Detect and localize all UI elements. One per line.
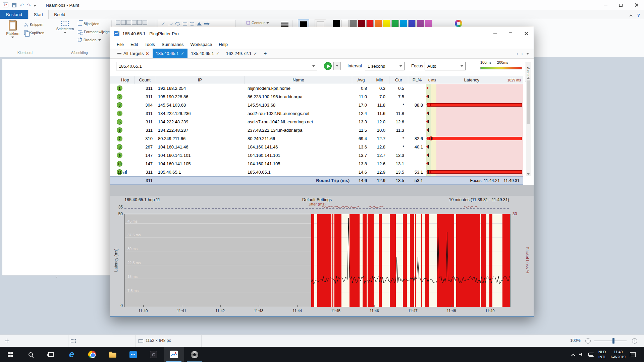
table-scrollbar[interactable] (526, 76, 531, 176)
scroll-up-icon[interactable] (527, 77, 530, 79)
tab-scroll-right-icon[interactable]: › (521, 51, 523, 56)
pencil-tool-icon[interactable] (116, 20, 120, 25)
tab-start[interactable]: Start (28, 10, 49, 19)
header-ip[interactable]: IP (155, 76, 245, 84)
line-shape-icon[interactable] (161, 22, 165, 26)
pingplotter-titlebar[interactable]: 185.40.65.1 - PingPlotter Pro (110, 27, 534, 40)
paint-maximize-button[interactable] (613, 0, 629, 10)
target-dropdown-icon[interactable] (310, 62, 317, 70)
header-latency[interactable]: 0 ms Latency 1829 ms (426, 76, 523, 84)
tab-all-targets[interactable]: All Targets ✖ (114, 49, 153, 58)
edge-button[interactable]: e (61, 347, 82, 362)
trace-options-dropdown[interactable] (333, 62, 341, 70)
pp-maximize-button[interactable] (503, 27, 518, 40)
header-name[interactable]: Name (245, 76, 352, 84)
show-desktop-button[interactable] (641, 347, 642, 362)
hop-row-3[interactable]: 3304145.54.103.68145.54.103.6817.011.8*8… (110, 101, 523, 109)
search-button[interactable] (20, 347, 41, 362)
ribbon-collapse-icon[interactable] (630, 12, 633, 18)
close-tab-icon[interactable]: ✖ (146, 51, 149, 56)
action-center-icon[interactable] (630, 352, 636, 357)
undo-button[interactable]: ↶ (20, 3, 24, 7)
zoom-out-button[interactable] (585, 338, 591, 344)
palette-color-4[interactable] (366, 20, 374, 27)
start-button[interactable] (0, 347, 20, 362)
canvas-resize-handle[interactable] (56, 276, 57, 278)
redo-button[interactable]: ↷ (27, 3, 31, 7)
paint-minimize-button[interactable] (598, 0, 613, 10)
palette-color-11[interactable] (425, 20, 432, 27)
zoom-in-button[interactable] (632, 338, 637, 344)
tab-overflow-icon[interactable] (526, 53, 529, 55)
palette-color-6[interactable] (383, 20, 390, 27)
eraser-tool-icon[interactable] (132, 20, 137, 25)
menu-summaries[interactable]: Summaries (158, 41, 187, 48)
oval-shape-icon[interactable] (175, 22, 180, 25)
tab-bestand[interactable]: Bestand (0, 10, 28, 19)
save-button[interactable] (12, 3, 16, 7)
hop-row-5[interactable]: 5311134.222.48.239asd-s7-rou-1042.NL.eur… (110, 118, 523, 126)
media-app-button[interactable] (143, 347, 164, 362)
file-explorer-button[interactable] (102, 347, 123, 362)
paste-button[interactable]: Plakken (4, 20, 21, 38)
zoom-slider[interactable] (594, 341, 627, 341)
clock[interactable]: 11:49 6-8-2019 (611, 350, 626, 359)
scrollbar-thumb[interactable] (527, 80, 530, 124)
volume-icon[interactable] (579, 352, 584, 357)
hop-row-9[interactable]: 9147104.160.141.101104.160.141.10113.712… (110, 151, 523, 160)
header-cur[interactable]: Cur (389, 76, 408, 84)
hop-row-8[interactable]: 8267104.160.141.46104.160.141.4613.612.8… (110, 143, 523, 151)
magnifier-tool-icon[interactable] (143, 20, 147, 25)
zoom-slider-thumb[interactable] (612, 338, 614, 344)
palette-color-0[interactable] (333, 20, 340, 27)
fill-tool-icon[interactable] (121, 20, 126, 25)
tab-target-162-249-72-1[interactable]: 162.249.72.1 ✓ (223, 49, 260, 58)
task-view-button[interactable] (41, 347, 61, 362)
help-icon[interactable]: ? (637, 13, 640, 18)
header-avg[interactable]: Avg (352, 76, 370, 84)
curve-shape-icon[interactable] (168, 22, 173, 25)
copy-button[interactable]: Kopiëren (24, 31, 44, 35)
outline-dropdown[interactable]: Contour (247, 21, 269, 25)
header-pl[interactable]: PL% (408, 76, 426, 84)
hop-row-6[interactable]: 6311134.222.48.237237.48.222.134.in-addr… (110, 126, 523, 134)
hop-row-2[interactable]: 2311195.190.228.8686.228.190.195.in-addr… (110, 93, 523, 101)
paint-canvas[interactable] (2, 59, 111, 276)
menu-tools[interactable]: Tools (141, 41, 158, 48)
palette-color-9[interactable] (408, 20, 416, 27)
pingplotter-taskbar-button[interactable] (164, 347, 184, 362)
pp-minimize-button[interactable] (487, 27, 503, 40)
text-tool-icon[interactable] (126, 20, 131, 25)
menu-help[interactable]: Help (215, 41, 231, 48)
screenshot-app-button[interactable] (184, 347, 205, 362)
palette-color-5[interactable] (375, 20, 382, 27)
header-hop[interactable]: Hop (116, 76, 135, 84)
touch-keyboard-icon[interactable] (588, 353, 594, 357)
scroll-down-icon[interactable] (527, 173, 530, 175)
triangle-shape-icon[interactable] (197, 22, 202, 25)
interval-dropdown-icon[interactable] (397, 62, 404, 70)
header-min[interactable]: Min (370, 76, 389, 84)
palette-color-7[interactable] (391, 20, 399, 27)
hop-row-4[interactable]: 4311134.222.129.236asd2-rou-1022.NL.euro… (110, 109, 523, 118)
interval-combobox[interactable]: 1 second (365, 62, 405, 70)
palette-color-3[interactable] (358, 20, 365, 27)
rounded-rectangle-shape-icon[interactable] (190, 22, 194, 25)
chrome-button[interactable] (82, 347, 102, 362)
rectangle-shape-icon[interactable] (183, 22, 187, 25)
tab-target-185-40-65-1[interactable]: 185.40.65.1 ✓ (153, 49, 188, 58)
palette-color-8[interactable] (400, 20, 407, 27)
cut-button[interactable]: Knippen (24, 22, 43, 26)
picker-tool-icon[interactable] (137, 20, 142, 25)
hop-row-10[interactable]: 10147104.160.141.105104.160.141.10513.81… (110, 160, 523, 168)
messaging-app-button[interactable] (123, 347, 143, 362)
focus-dropdown-icon[interactable] (459, 62, 465, 70)
menu-workspace[interactable]: Workspace (187, 41, 215, 48)
quick-access-dropdown[interactable] (34, 2, 36, 8)
new-tab-button[interactable]: + (260, 49, 270, 58)
menu-file[interactable]: File (113, 41, 127, 48)
latency-timeline-chart[interactable]: 45 ms37.5 ms30 ms22.5 ms15 ms7.5 ms (124, 214, 511, 307)
select-button[interactable]: Selecteren (55, 21, 75, 34)
palette-color-1[interactable] (341, 20, 348, 27)
palette-color-10[interactable] (417, 20, 424, 27)
